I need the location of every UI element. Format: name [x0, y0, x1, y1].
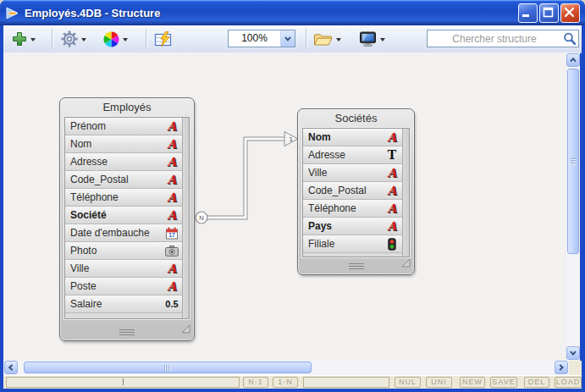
field-label: Code_Postal: [70, 174, 164, 185]
horizontal-scrollbar[interactable]: [3, 361, 569, 375]
chevron-down-icon: [380, 38, 385, 44]
vertical-scrollbar[interactable]: [566, 52, 580, 361]
table-societes[interactable]: Sociétés Nom A Adresse T Ville A Code_Po…: [297, 108, 415, 275]
add-button[interactable]: [12, 25, 36, 52]
field-label: Téléphone: [70, 191, 164, 203]
alpha-type-icon: A: [164, 261, 179, 276]
zoom-select[interactable]: 100%: [228, 30, 295, 47]
field-label: Pays: [308, 220, 384, 232]
alpha-type-icon: A: [384, 218, 400, 234]
chevron-right-icon: [559, 364, 564, 371]
magnifier-icon[interactable]: [563, 32, 577, 46]
display-button[interactable]: [359, 25, 385, 52]
add-plus-icon: [12, 31, 27, 47]
field-label: Adresse: [70, 156, 164, 168]
scroll-thumb-grip-icon: [164, 365, 171, 371]
field-row[interactable]: Ville A: [303, 164, 402, 182]
field-row[interactable]: Photo: [65, 242, 182, 260]
open-button[interactable]: [313, 25, 341, 52]
alpha-type-icon: A: [164, 207, 179, 223]
resize-handle-icon[interactable]: [401, 256, 411, 271]
svg-text:17: 17: [168, 232, 175, 238]
field-label: Ville: [308, 167, 384, 179]
chevron-up-icon: [570, 58, 577, 63]
nul-button[interactable]: NUL: [395, 377, 421, 388]
minimize-button[interactable]: [518, 3, 538, 23]
relation-many-label: N: [199, 214, 203, 222]
search-field[interactable]: [427, 30, 579, 47]
window-title: Employés.4DB - Structure: [25, 7, 518, 19]
table-title[interactable]: Sociétés: [298, 109, 414, 128]
scroll-right-button[interactable]: [555, 361, 568, 374]
field-row[interactable]: Pays A: [303, 218, 402, 235]
settings-button[interactable]: [61, 25, 86, 52]
field-row[interactable]: Adresse A: [65, 153, 182, 171]
quick-report-button[interactable]: [154, 25, 173, 52]
status-info-field: [303, 377, 389, 388]
text-cursor: [123, 378, 124, 385]
chevron-left-icon: [8, 364, 14, 371]
scrollbar-corner: [569, 361, 582, 375]
table-title[interactable]: Employés: [60, 98, 194, 117]
field-label: Salaire: [70, 298, 164, 310]
vertical-scroll-thumb[interactable]: [567, 69, 579, 254]
scroll-left-button[interactable]: [4, 361, 18, 374]
field-row[interactable]: Téléphone A: [65, 189, 182, 207]
maximize-button[interactable]: [539, 3, 559, 23]
alpha-type-icon: A: [164, 190, 179, 205]
new-button[interactable]: NEW: [460, 377, 485, 388]
alpha-type-icon: A: [384, 183, 400, 198]
field-row[interactable]: Filiale: [303, 235, 402, 253]
scroll-down-button[interactable]: [566, 346, 580, 360]
scroll-up-button[interactable]: [566, 53, 580, 67]
fields-scrollbar[interactable]: [182, 118, 189, 318]
field-label: Adresse: [308, 149, 384, 161]
title-bar[interactable]: Employés.4DB - Structure: [0, 0, 585, 25]
fields-scrollbar[interactable]: [402, 129, 409, 257]
alpha-type-icon: A: [384, 201, 400, 216]
toolbar: 100%: [3, 25, 582, 53]
save-button[interactable]: SAVE: [490, 377, 517, 388]
scroll-thumb-grip-icon: [571, 158, 577, 165]
drag-grip-icon[interactable]: [119, 329, 135, 335]
resize-handle-icon[interactable]: [181, 322, 190, 337]
field-row[interactable]: Ville A: [65, 260, 182, 278]
field-row[interactable]: Société A: [65, 207, 182, 224]
chevron-down-icon: [123, 38, 128, 44]
folder-open-icon: [313, 32, 333, 47]
toolbar-separator: [52, 29, 52, 49]
field-row[interactable]: Prénom A: [65, 118, 182, 135]
zoom-value: 100%: [229, 30, 280, 47]
chevron-down-icon: [81, 38, 86, 44]
field-list: Nom A Adresse T Ville A Code_Postal A Té…: [302, 128, 410, 257]
field-row[interactable]: Code_Postal A: [303, 182, 402, 200]
structure-canvas[interactable]: 1 N Employés Prénom A Nom A Adresse A: [3, 52, 566, 361]
field-row[interactable]: Nom A: [65, 135, 182, 153]
field-row[interactable]: Poste A: [65, 278, 182, 295]
field-label: Prénom: [70, 120, 164, 132]
combo-arrow-button[interactable]: [280, 30, 295, 47]
drag-grip-icon[interactable]: [349, 263, 364, 269]
table-footer: [298, 256, 414, 274]
relation-1n-button[interactable]: 1-N: [273, 377, 298, 388]
field-row[interactable]: Téléphone A: [303, 200, 402, 218]
field-row[interactable]: Adresse T: [303, 146, 402, 164]
close-button[interactable]: [560, 3, 580, 23]
chevron-down-icon: [336, 38, 341, 44]
field-label: Poste: [70, 280, 164, 292]
field-row[interactable]: Nom A: [303, 129, 402, 146]
relation-n1-button[interactable]: N-1: [243, 377, 268, 388]
del-button[interactable]: DEL: [524, 377, 549, 388]
4d-logo-icon: [6, 6, 20, 20]
horizontal-scroll-thumb[interactable]: [24, 362, 312, 373]
search-input[interactable]: [428, 32, 561, 46]
field-label: Nom: [70, 138, 164, 150]
uni-button[interactable]: UNI: [426, 377, 452, 388]
app-window: Employés.4DB - Structure: [0, 0, 585, 392]
table-employes[interactable]: Employés Prénom A Nom A Adresse A Code_P…: [59, 97, 195, 341]
field-row[interactable]: Salaire 0.5: [65, 295, 182, 313]
load-button[interactable]: LOAD: [555, 377, 582, 388]
colors-button[interactable]: [103, 25, 128, 52]
field-row[interactable]: Date d'embauche 17: [65, 224, 182, 242]
field-row[interactable]: Code_Postal A: [65, 171, 182, 189]
